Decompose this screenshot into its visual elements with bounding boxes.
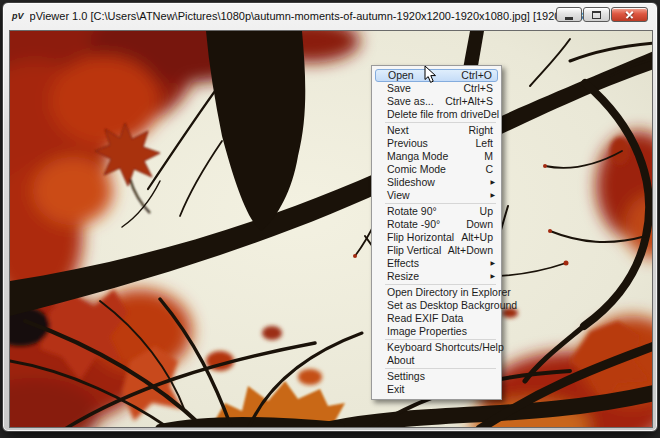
menu-item-label: Image Properties	[387, 325, 467, 338]
menu-item-label: Delete file from drive	[387, 108, 483, 121]
menu-item-shortcut: M	[484, 150, 493, 163]
submenu-arrow-icon: ▶	[490, 176, 495, 189]
menu-item-about[interactable]: About	[374, 354, 499, 367]
menu-separator	[385, 339, 496, 340]
caption-buttons	[555, 7, 648, 22]
menu-item-next[interactable]: Next Right	[374, 124, 499, 137]
photo-autumn	[10, 31, 653, 428]
menu-item-shortcut: Right	[468, 124, 493, 137]
menu-item-shortcut: Ctrl+S	[464, 82, 493, 95]
menu-item-label: About	[387, 354, 414, 367]
menu-separator	[385, 122, 496, 123]
app-icon: pV	[12, 10, 24, 22]
menu-item-label: Rotate -90°	[387, 218, 440, 231]
menu-item-rotate-90[interactable]: Rotate 90° Up	[374, 205, 499, 218]
window-title: pViewer 1.0 [C:\Users\ATNew\Pictures\108…	[30, 10, 593, 22]
menu-item-set-as-desktop-background[interactable]: Set as Desktop Background	[374, 299, 499, 312]
mouse-cursor	[424, 65, 437, 84]
menu-item-image-properties[interactable]: Image Properties	[374, 325, 499, 338]
menu-item-label: Read EXIF Data	[387, 312, 463, 325]
menu-item-shortcut: Up	[480, 205, 493, 218]
menu-item-label: Comic Mode	[387, 163, 446, 176]
minimize-icon	[565, 17, 573, 20]
menu-item-effects[interactable]: Effects ▶	[374, 257, 499, 270]
app-window: pV pViewer 1.0 [C:\Users\ATNew\Pictures\…	[2, 2, 658, 432]
menu-item-label: Resize	[387, 270, 419, 283]
menu-item-read-exif-data[interactable]: Read EXIF Data	[374, 312, 499, 325]
menu-item-flip-vertical[interactable]: Flip Vertical Alt+Down	[374, 244, 499, 257]
menu-item-shortcut: Down	[466, 218, 493, 231]
menu-item-settings[interactable]: Settings	[374, 370, 499, 383]
close-icon	[624, 9, 635, 20]
menu-item-exit[interactable]: Exit	[374, 383, 499, 396]
context-menu: Open Ctrl+O Save Ctrl+S Save as... Ctrl+…	[371, 65, 502, 400]
menu-item-label: Manga Mode	[387, 150, 448, 163]
menu-item-comic-mode[interactable]: Comic Mode C	[374, 163, 499, 176]
menu-item-keyboard-shortcuts-help[interactable]: Keyboard Shortcuts/Help	[374, 341, 499, 354]
menu-item-shortcut: Alt+Down	[448, 244, 493, 257]
menu-item-label: Previous	[387, 137, 428, 150]
menu-item-label: Flip Horizontal	[387, 231, 454, 244]
menu-item-shortcut: Del	[483, 108, 499, 121]
menu-item-label: Save	[387, 82, 411, 95]
menu-item-save-as[interactable]: Save as... Ctrl+Alt+S	[374, 95, 499, 108]
menu-item-label: Next	[387, 124, 409, 137]
menu-item-previous[interactable]: Previous Left	[374, 137, 499, 150]
menu-item-label: Save as...	[387, 95, 434, 108]
maximize-button[interactable]	[583, 7, 610, 22]
menu-item-shortcut: Ctrl+O	[461, 70, 492, 81]
menu-item-view[interactable]: View ▶	[374, 189, 499, 202]
menu-item-shortcut: Left	[475, 137, 493, 150]
submenu-arrow-icon: ▶	[490, 257, 495, 270]
menu-item-label: Rotate 90°	[387, 205, 437, 218]
menu-item-resize[interactable]: Resize ▶	[374, 270, 499, 283]
minimize-button[interactable]	[556, 7, 582, 22]
menu-separator	[385, 203, 496, 204]
menu-item-label: Open	[388, 70, 414, 81]
menu-item-delete-file-from-drive[interactable]: Delete file from drive Del	[374, 108, 499, 121]
menu-item-label: Exit	[387, 383, 405, 396]
menu-item-label: Effects	[387, 257, 419, 270]
menu-separator	[385, 284, 496, 285]
menu-item-flip-horizontal[interactable]: Flip Horizontal Alt+Up	[374, 231, 499, 244]
menu-item-label: Open Directory in Explorer	[387, 286, 511, 299]
menu-item-shortcut: Ctrl+Alt+S	[445, 95, 493, 108]
menu-item-label: View	[387, 189, 410, 202]
menu-item-label: Flip Vertical	[387, 244, 441, 257]
menu-item-open-directory-in-explorer[interactable]: Open Directory in Explorer	[374, 286, 499, 299]
menu-item-manga-mode[interactable]: Manga Mode M	[374, 150, 499, 163]
menu-separator	[385, 368, 496, 369]
menu-item-label: Keyboard Shortcuts/Help	[387, 341, 504, 354]
menu-item-shortcut: Alt+Up	[461, 231, 493, 244]
submenu-arrow-icon: ▶	[490, 189, 495, 202]
menu-item-label: Settings	[387, 370, 425, 383]
menu-item-shortcut: C	[485, 163, 493, 176]
menu-item-slideshow[interactable]: Slideshow ▶	[374, 176, 499, 189]
menu-item-label: Set as Desktop Background	[387, 299, 517, 312]
close-button[interactable]	[611, 7, 648, 22]
maximize-icon	[592, 11, 601, 19]
menu-item-rotate-minus-90[interactable]: Rotate -90° Down	[374, 218, 499, 231]
image-viewport[interactable]	[9, 30, 653, 428]
menu-item-label: Slideshow	[387, 176, 435, 189]
submenu-arrow-icon: ▶	[490, 270, 495, 283]
